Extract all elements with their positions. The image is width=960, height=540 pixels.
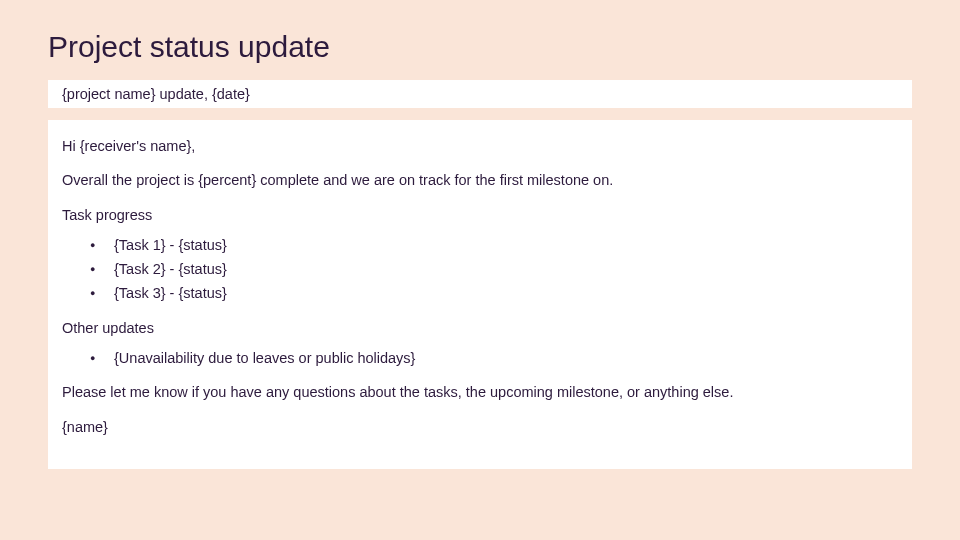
- greeting-text: Hi {receiver's name},: [62, 136, 898, 156]
- task-list: {Task 1} - {status} {Task 2} - {status} …: [62, 235, 898, 304]
- page-title: Project status update: [48, 30, 912, 64]
- email-body: Hi {receiver's name}, Overall the projec…: [48, 120, 912, 469]
- list-item: {Task 1} - {status}: [90, 235, 898, 255]
- other-updates-label: Other updates: [62, 318, 898, 338]
- subject-line: {project name} update, {date}: [48, 80, 912, 108]
- other-updates-list: {Unavailability due to leaves or public …: [62, 348, 898, 368]
- list-item: {Task 3} - {status}: [90, 283, 898, 303]
- list-item: {Unavailability due to leaves or public …: [90, 348, 898, 368]
- overview-text: Overall the project is {percent} complet…: [62, 170, 898, 190]
- list-item: {Task 2} - {status}: [90, 259, 898, 279]
- signature-text: {name}: [62, 417, 898, 437]
- task-progress-label: Task progress: [62, 205, 898, 225]
- closing-text: Please let me know if you have any quest…: [62, 382, 898, 402]
